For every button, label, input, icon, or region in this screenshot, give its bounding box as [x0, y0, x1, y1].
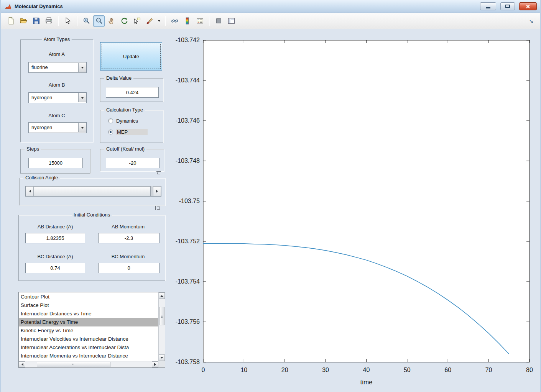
bc-distance-label: BC Distance (A)	[25, 254, 86, 259]
slider-left-button[interactable]	[26, 186, 34, 196]
horizontal-scrollbar[interactable]	[19, 361, 158, 367]
x-tick-label: 0	[202, 367, 205, 373]
zoom-in-button[interactable]	[81, 15, 92, 27]
vertical-scroll-thumb[interactable]	[159, 307, 164, 325]
scroll-left-button[interactable]	[19, 361, 25, 367]
bc-distance-input[interactable]	[25, 263, 85, 273]
dropdown-button[interactable]	[78, 123, 86, 132]
zoom-out-button[interactable]	[93, 15, 105, 27]
toolbar-separator	[77, 16, 77, 26]
y-tick-label: -103.756	[176, 318, 200, 325]
app-window: Molecular Dynamics ↘	[0, 0, 541, 392]
scroll-right-button[interactable]	[152, 361, 158, 367]
save-figure-button[interactable]	[30, 15, 42, 27]
brush-icon	[146, 17, 154, 25]
floppy-disk-icon	[32, 17, 40, 25]
rotate-3d-button[interactable]	[118, 15, 130, 27]
print-figure-button[interactable]	[43, 15, 54, 27]
delta-value-panel: Delta Value	[100, 78, 163, 102]
x-tick-label: 50	[404, 367, 411, 373]
ab-distance-input[interactable]	[25, 233, 85, 243]
slider-right-button[interactable]	[153, 186, 161, 196]
titlebar[interactable]: Molecular Dynamics	[1, 0, 540, 13]
collision-angle-panel: Collision Angle	[19, 178, 165, 205]
data-cursor-button[interactable]	[131, 15, 143, 27]
toolbar-separator	[58, 16, 58, 26]
brush-data-button[interactable]	[144, 15, 155, 27]
list-item[interactable]: Internuclear Momenta vs Internuclear Dis…	[19, 352, 158, 360]
scroll-down-button[interactable]	[159, 354, 165, 361]
update-button[interactable]: Update	[100, 42, 162, 71]
x-tick-label: 10	[240, 367, 247, 373]
brush-dropdown-button[interactable]	[156, 15, 161, 27]
list-item[interactable]: Surface Plot	[19, 301, 158, 310]
atom-c-value: hydrogen	[31, 125, 52, 130]
dropdown-button[interactable]	[78, 93, 86, 102]
atom-b-select[interactable]: hydrogen	[28, 92, 87, 103]
bc-momentum-input[interactable]	[98, 263, 160, 273]
show-plot-tools-button[interactable]	[225, 15, 237, 27]
close-button[interactable]	[519, 2, 537, 10]
list-item[interactable]: Contour Plot	[19, 293, 158, 301]
delta-value-title: Delta Value	[104, 75, 133, 81]
atom-a-select[interactable]: fluorine	[28, 62, 87, 73]
collision-angle-slider[interactable]	[25, 186, 161, 197]
minimize-icon	[486, 7, 490, 8]
steps-panel: Steps	[20, 149, 90, 174]
window-title: Molecular Dynamics	[15, 3, 63, 9]
ab-momentum-label: AB Momentum	[97, 224, 159, 230]
arrow-right-icon	[156, 190, 160, 193]
horizontal-scroll-thumb[interactable]	[37, 362, 110, 367]
cutoff-input[interactable]	[106, 158, 160, 168]
calculation-type-title: Calculation Type	[104, 107, 145, 113]
cutoff-title: Cutoff (Kcal/ mol)	[104, 146, 146, 152]
show-plot-tools-icon	[227, 17, 235, 25]
scroll-up-button[interactable]	[159, 292, 165, 299]
rotate-icon	[120, 17, 128, 25]
new-figure-icon	[7, 17, 15, 25]
radio-checked-icon	[108, 130, 113, 134]
delta-value-input[interactable]	[106, 87, 159, 98]
list-item[interactable]: Potential Energy vs Time	[19, 318, 158, 326]
bc-momentum-label: BC Momentum	[97, 254, 159, 259]
pan-button[interactable]	[106, 15, 117, 27]
slider-thumb[interactable]	[34, 186, 151, 196]
vertical-scrollbar[interactable]	[158, 292, 165, 361]
new-figure-button[interactable]	[5, 15, 16, 27]
open-file-button[interactable]	[18, 15, 29, 27]
list-item[interactable]: Internuclear Accelerations vs Internucle…	[19, 343, 158, 352]
plot-area[interactable]	[203, 40, 529, 362]
chevron-down-icon	[158, 20, 160, 23]
ab-momentum-input[interactable]	[98, 233, 160, 243]
radio-mep-label: MEP	[116, 129, 148, 135]
zoom-out-icon	[95, 17, 103, 25]
dropdown-button[interactable]	[78, 63, 86, 72]
y-tick-label: -103.752	[176, 238, 200, 244]
atom-a-label: Atom A	[21, 51, 93, 57]
insert-legend-button[interactable]	[194, 15, 206, 27]
edit-plot-button[interactable]	[62, 15, 73, 27]
list-item[interactable]: Kinetic Energy vs Time	[19, 326, 158, 335]
hide-plot-tools-button[interactable]	[213, 15, 224, 27]
dock-figure-button[interactable]: ↘	[526, 16, 536, 26]
insert-colorbar-button[interactable]	[181, 15, 193, 27]
atom-a-value: fluorine	[31, 64, 48, 70]
atom-c-select[interactable]: hydrogen	[28, 122, 87, 133]
toolbar-separator	[165, 16, 165, 26]
atom-types-title: Atom Types	[42, 36, 72, 42]
maximize-button[interactable]	[500, 2, 515, 10]
minimize-button[interactable]	[480, 2, 496, 10]
steps-input[interactable]	[28, 158, 83, 168]
printer-icon	[45, 17, 53, 25]
pointer-arrow-icon	[64, 17, 72, 25]
radio-dynamics[interactable]: Dynamics	[108, 118, 138, 124]
chart[interactable]: 01020304050607080-103.742-103.744-103.74…	[166, 34, 540, 391]
radio-mep[interactable]: MEP	[108, 129, 148, 135]
cutoff-panel: Cutoff (Kcal/ mol)	[100, 149, 164, 171]
list-item[interactable]: Internuclear Velocities vs Internuclear …	[19, 335, 158, 343]
chevron-down-icon	[81, 127, 84, 130]
arrow-right-icon	[154, 363, 158, 366]
x-tick-label: 30	[322, 367, 329, 373]
list-item[interactable]: Internuclear Distances vs Time	[19, 310, 158, 318]
link-plot-button[interactable]	[169, 15, 180, 27]
